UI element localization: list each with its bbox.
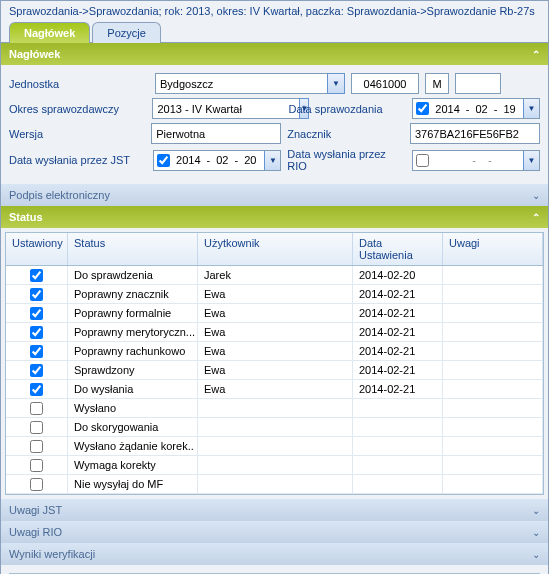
date-checkbox[interactable]	[416, 154, 429, 167]
section-header-wyniki[interactable]: Wyniki weryfikacji ⌄	[1, 543, 548, 565]
row-checkbox[interactable]	[30, 421, 43, 434]
cell-status: Do skorygowania	[68, 418, 198, 436]
cell-date	[353, 399, 443, 417]
date-month: 02	[213, 154, 231, 166]
section-header-uwagi-rio[interactable]: Uwagi RIO ⌄	[1, 521, 548, 543]
blank-input[interactable]	[455, 73, 501, 94]
breadcrumb: Sprawozdania->Sprawozdania; rok: 2013, o…	[1, 1, 548, 21]
row-checkbox[interactable]	[30, 440, 43, 453]
cell-date: 2014-02-21	[353, 304, 443, 322]
table-row[interactable]: Do skorygowania	[6, 418, 543, 437]
cell-status: Poprawny rachunkowo	[68, 342, 198, 360]
sent-jst-date-picker[interactable]: 2014 - 02 - 20 ▼	[153, 150, 281, 171]
date-checkbox[interactable]	[157, 154, 170, 167]
date-day: 19	[500, 103, 518, 115]
cell-user: Jarek	[198, 266, 353, 284]
cell-notes	[443, 304, 543, 322]
row-checkbox[interactable]	[30, 288, 43, 301]
table-row[interactable]: Poprawny znacznikEwa2014-02-21	[6, 285, 543, 304]
table-row[interactable]: Poprawny formalnieEwa2014-02-21	[6, 304, 543, 323]
section-header-uwagi-jst[interactable]: Uwagi JST ⌄	[1, 499, 548, 521]
sent-rio-date-picker[interactable]: - - ▼	[412, 150, 540, 171]
grid-header-row: Ustawiony Status Użytkownik Data Ustawie…	[6, 233, 543, 266]
cell-date: 2014-02-21	[353, 361, 443, 379]
row-checkbox[interactable]	[30, 364, 43, 377]
period-input[interactable]	[152, 98, 299, 119]
col-header-date[interactable]: Data Ustawienia	[353, 233, 443, 265]
chevron-down-icon: ⌄	[532, 549, 540, 560]
label-sent-jst: Data wysłania przez JST	[9, 154, 147, 166]
period-combo[interactable]: ▼	[152, 98, 282, 119]
cell-user: Ewa	[198, 380, 353, 398]
section-title: Wyniki weryfikacji	[9, 548, 95, 560]
code2-input[interactable]	[425, 73, 449, 94]
col-header-notes[interactable]: Uwagi	[443, 233, 543, 265]
tab-header[interactable]: Nagłówek	[9, 22, 90, 43]
chevron-down-icon[interactable]: ▼	[327, 73, 345, 94]
cell-date: 2014-02-21	[353, 342, 443, 360]
cell-status: Do wysłania	[68, 380, 198, 398]
table-row[interactable]: Wysłano	[6, 399, 543, 418]
label-period: Okres sprawozdawczy	[9, 103, 146, 115]
tab-positions[interactable]: Pozycje	[92, 22, 161, 43]
label-sent-rio: Data wysłania przez RIO	[287, 148, 405, 172]
cell-date: 2014-02-21	[353, 380, 443, 398]
report-date-picker[interactable]: 2014 - 02 - 19 ▼	[412, 98, 540, 119]
section-header-naglowek[interactable]: Nagłówek ⌃	[1, 43, 548, 65]
table-row[interactable]: Do wysłaniaEwa2014-02-21	[6, 380, 543, 399]
chevron-down-icon[interactable]: ▼	[264, 151, 280, 170]
table-row[interactable]: SprawdzonyEwa2014-02-21	[6, 361, 543, 380]
section-header-signature[interactable]: Podpis elektroniczny ⌄	[1, 184, 548, 206]
table-row[interactable]: Wysłano żądanie korek..	[6, 437, 543, 456]
chevron-down-icon: ⌄	[532, 505, 540, 516]
version-input[interactable]	[151, 123, 281, 144]
tab-bar: Nagłówek Pozycje	[1, 21, 548, 43]
table-row[interactable]: Wymaga korekty	[6, 456, 543, 475]
section-title: Uwagi RIO	[9, 526, 62, 538]
chevron-down-icon: ⌄	[532, 527, 540, 538]
table-row[interactable]: Poprawny merytoryczn...Ewa2014-02-21	[6, 323, 543, 342]
cell-notes	[443, 285, 543, 303]
row-checkbox[interactable]	[30, 326, 43, 339]
cell-user: Ewa	[198, 304, 353, 322]
unit-combo[interactable]: ▼	[155, 73, 345, 94]
unit-input[interactable]	[155, 73, 327, 94]
row-checkbox[interactable]	[30, 459, 43, 472]
cell-status: Poprawny znacznik	[68, 285, 198, 303]
section-header-status[interactable]: Status ⌃	[1, 206, 548, 228]
cell-status: Nie wysyłaj do MF	[68, 475, 198, 493]
cell-user	[198, 456, 353, 474]
row-checkbox[interactable]	[30, 383, 43, 396]
row-checkbox[interactable]	[30, 478, 43, 491]
cell-status: Poprawny formalnie	[68, 304, 198, 322]
row-checkbox[interactable]	[30, 345, 43, 358]
table-row[interactable]: Do sprawdzeniaJarek2014-02-20	[6, 266, 543, 285]
date-year: 2014	[173, 154, 203, 166]
cell-status: Poprawny merytoryczn...	[68, 323, 198, 341]
label-unit: Jednostka	[9, 78, 149, 90]
status-grid: Ustawiony Status Użytkownik Data Ustawie…	[5, 232, 544, 495]
table-row[interactable]: Nie wysyłaj do MF	[6, 475, 543, 494]
row-checkbox[interactable]	[30, 269, 43, 282]
row-checkbox[interactable]	[30, 402, 43, 415]
cell-date: 2014-02-21	[353, 323, 443, 341]
col-header-user[interactable]: Użytkownik	[198, 233, 353, 265]
cell-notes	[443, 380, 543, 398]
cell-user	[198, 437, 353, 455]
cell-user: Ewa	[198, 342, 353, 360]
code-input[interactable]	[351, 73, 419, 94]
chevron-down-icon[interactable]: ▼	[523, 99, 539, 118]
date-month: 02	[472, 103, 490, 115]
col-header-status[interactable]: Status	[68, 233, 198, 265]
col-header-set[interactable]: Ustawiony	[6, 233, 68, 265]
table-row[interactable]: Poprawny rachunkowoEwa2014-02-21	[6, 342, 543, 361]
cell-notes	[443, 399, 543, 417]
marker-input[interactable]	[410, 123, 540, 144]
chevron-down-icon[interactable]: ▼	[523, 151, 539, 170]
cell-status: Wysłano	[68, 399, 198, 417]
row-checkbox[interactable]	[30, 307, 43, 320]
date-checkbox[interactable]	[416, 102, 429, 115]
cell-status: Sprawdzony	[68, 361, 198, 379]
cell-notes	[443, 323, 543, 341]
label-report-date: Data sprawozdania	[288, 103, 406, 115]
